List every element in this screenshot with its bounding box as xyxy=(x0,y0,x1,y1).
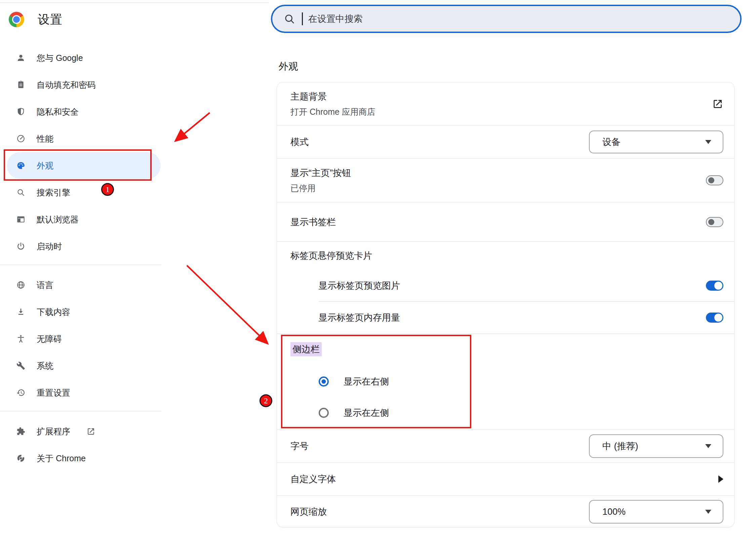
side-panel-left-label: 显示在左侧 xyxy=(344,407,389,419)
chrome-settings-page: 设置 在设置中搜索 您与 Google 自动填充和密码 隐私和安全 性能 外观 xyxy=(0,0,756,540)
tab-preview-row[interactable]: 显示标签页预览图片 xyxy=(277,269,734,302)
side-panel-option-left[interactable]: 显示在左侧 xyxy=(319,403,389,423)
sidebar-item-privacy[interactable]: 隐私和安全 xyxy=(7,98,161,125)
page-title: 设置 xyxy=(38,11,63,28)
font-size-select[interactable]: 中 (推荐) xyxy=(589,434,723,458)
speedometer-icon xyxy=(16,134,25,143)
shield-icon xyxy=(16,107,25,116)
person-icon xyxy=(16,53,25,62)
side-panel-right-label: 显示在右侧 xyxy=(344,375,389,388)
dropdown-caret-icon xyxy=(705,510,711,514)
sidebar-item-accessibility[interactable]: 无障碍 xyxy=(7,325,161,352)
sidebar-item-default-browser[interactable]: 默认浏览器 xyxy=(7,206,161,233)
tab-preview-toggle[interactable] xyxy=(706,281,723,291)
toggle-knob xyxy=(708,177,714,183)
tab-hover-label: 标签页悬停预览卡片 xyxy=(290,250,372,262)
sidebar-item-search-engine[interactable]: 搜索引擎 xyxy=(7,179,161,206)
chrome-icon xyxy=(16,454,25,463)
mode-select[interactable]: 设备 xyxy=(589,131,723,153)
search-icon xyxy=(284,13,295,25)
sidebar-item-downloads[interactable]: 下载内容 xyxy=(7,298,161,325)
arrow-to-side-panel xyxy=(187,265,267,343)
custom-fonts-row[interactable]: 自定义字体 xyxy=(277,463,734,496)
wrench-icon xyxy=(16,361,25,370)
accessibility-icon xyxy=(16,334,25,343)
font-size-row: 字号 中 (推荐) xyxy=(277,430,734,463)
step-badge-2: 2 xyxy=(260,394,272,407)
sidebar-item-on-startup[interactable]: 启动时 xyxy=(7,233,161,260)
tab-memory-toggle[interactable] xyxy=(706,313,723,323)
section-heading: 外观 xyxy=(279,60,298,73)
appearance-card: 主题背景 打开 Chrome 应用商店 模式 设备 显示“主页”按钮 已停用 显… xyxy=(277,82,734,527)
settings-sidebar: 您与 Google 自动填充和密码 隐私和安全 性能 外观 搜索引擎 默认浏览器 xyxy=(0,44,161,472)
external-link-icon xyxy=(86,427,95,436)
chrome-logo-icon xyxy=(9,12,24,27)
toggle-knob xyxy=(714,314,722,322)
tab-preview-label: 显示标签页预览图片 xyxy=(318,280,706,292)
mode-label: 模式 xyxy=(290,136,589,148)
dropdown-caret-icon xyxy=(705,140,711,144)
power-icon xyxy=(16,242,25,251)
mode-select-value: 设备 xyxy=(602,136,621,148)
radio-icon[interactable] xyxy=(319,408,329,418)
arrow-to-appearance xyxy=(176,113,210,141)
sidebar-item-system[interactable]: 系统 xyxy=(7,352,161,379)
tab-memory-row[interactable]: 显示标签页内存用量 xyxy=(277,302,734,334)
show-home-button-row[interactable]: 显示“主页”按钮 已停用 xyxy=(277,159,734,203)
globe-icon xyxy=(16,281,25,289)
bookmarks-bar-row[interactable]: 显示书签栏 xyxy=(277,203,734,242)
theme-row[interactable]: 主题背景 打开 Chrome 应用商店 xyxy=(277,82,734,126)
home-button-toggle[interactable] xyxy=(706,175,723,185)
custom-fonts-label: 自定义字体 xyxy=(290,473,718,485)
open-in-new-icon[interactable] xyxy=(712,98,723,110)
page-zoom-select[interactable]: 100% xyxy=(589,500,723,524)
sidebar-item-you-and-google[interactable]: 您与 Google xyxy=(7,44,161,71)
reset-history-icon xyxy=(16,388,25,397)
toggle-knob xyxy=(708,219,714,225)
browser-window-icon xyxy=(16,215,25,224)
home-button-subtitle: 已停用 xyxy=(290,183,706,194)
font-size-label: 字号 xyxy=(290,440,589,452)
mode-row: 模式 设备 xyxy=(277,126,734,159)
theme-title: 主题背景 xyxy=(290,91,712,103)
page-zoom-value: 100% xyxy=(602,507,626,517)
home-button-title: 显示“主页”按钮 xyxy=(290,167,706,179)
puzzle-icon xyxy=(16,427,25,436)
sidebar-item-about-chrome[interactable]: 关于 Chrome xyxy=(7,445,161,472)
sidebar-item-performance[interactable]: 性能 xyxy=(7,125,161,152)
autofill-icon xyxy=(16,80,25,89)
page-zoom-row: 网页缩放 100% xyxy=(277,496,734,527)
top-divider xyxy=(0,2,269,3)
toggle-knob xyxy=(714,282,722,290)
sidebar-divider xyxy=(0,411,161,411)
sidebar-item-languages[interactable]: 语言 xyxy=(7,272,161,298)
bookmarks-bar-toggle[interactable] xyxy=(706,217,723,227)
page-zoom-label: 网页缩放 xyxy=(290,506,589,518)
palette-icon xyxy=(16,161,25,170)
sidebar-item-autofill[interactable]: 自动填充和密码 xyxy=(7,71,161,98)
side-panel-label: 侧边栏 xyxy=(290,342,322,356)
search-placeholder: 在设置中搜索 xyxy=(308,13,363,25)
search-input[interactable]: 在设置中搜索 xyxy=(271,5,742,33)
font-size-value: 中 (推荐) xyxy=(602,440,638,452)
tab-memory-label: 显示标签页内存用量 xyxy=(318,312,706,324)
tab-hover-section-header: 标签页悬停预览卡片 xyxy=(277,242,734,269)
radio-icon[interactable] xyxy=(319,376,329,387)
sidebar-item-appearance[interactable]: 外观 xyxy=(7,152,161,179)
bookmarks-bar-label: 显示书签栏 xyxy=(290,216,706,228)
side-panel-option-right[interactable]: 显示在右侧 xyxy=(319,371,389,392)
app-header: 设置 xyxy=(9,11,63,28)
sidebar-divider xyxy=(0,264,161,265)
dropdown-caret-icon xyxy=(705,444,711,448)
side-panel-section: 侧边栏 显示在右侧 显示在左侧 xyxy=(277,334,734,430)
sidebar-item-reset[interactable]: 重置设置 xyxy=(7,379,161,406)
download-icon xyxy=(16,308,25,316)
theme-subtitle: 打开 Chrome 应用商店 xyxy=(290,106,712,117)
text-caret xyxy=(302,12,303,25)
chevron-right-icon xyxy=(718,475,723,483)
search-icon xyxy=(16,188,25,197)
sidebar-item-extensions[interactable]: 扩展程序 xyxy=(7,418,161,445)
